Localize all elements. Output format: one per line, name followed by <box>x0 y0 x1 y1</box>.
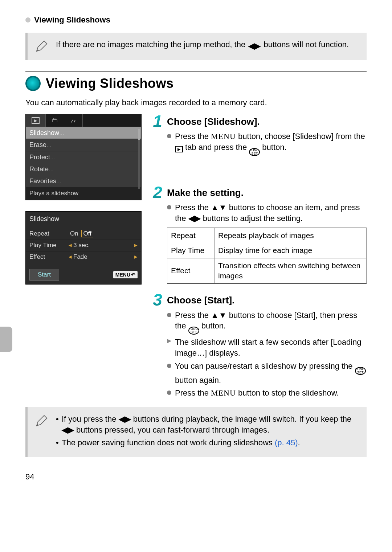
func-set-icon: FUNC.SET <box>188 327 199 335</box>
svg-rect-1 <box>53 118 56 120</box>
up-down-arrows-icon: ▲▼ <box>211 203 227 212</box>
menu-back-badge: MENU ↶ <box>113 271 138 279</box>
setting-value-playtime: 3 sec. <box>69 241 138 250</box>
settings-description-table: RepeatRepeats playback of images Play Ti… <box>167 228 367 284</box>
table-row: RepeatRepeats playback of images <box>167 228 367 243</box>
playback-tab: ▶ <box>26 114 46 127</box>
camera-scrollbar <box>138 129 140 189</box>
setting-label-effect: Effect <box>29 253 66 261</box>
play-icon: ▶ <box>32 117 40 124</box>
camera-slideshow-screenshot: Slideshow Repeat On Off Play Time 3 sec.… <box>25 211 142 285</box>
step-3: 3 Choose [Start]. Press the ▲▼ buttons t… <box>151 293 367 398</box>
pencil-icon <box>34 39 49 54</box>
menu-word-icon: MENU <box>211 388 236 397</box>
left-right-arrows-icon: ◀▶ <box>62 425 74 434</box>
side-thumb-tab <box>0 327 12 352</box>
play-tab-icon: ▶ <box>175 146 183 152</box>
pencil-icon <box>34 414 49 428</box>
page-reference-link[interactable]: (p. 45) <box>275 438 298 447</box>
menu-item-erase: Erase <box>26 139 141 151</box>
slideshow-start-button: Start <box>29 269 59 281</box>
step-3-number: 3 <box>151 293 164 307</box>
header-dot-icon <box>25 17 30 23</box>
step-2: 2 Make the setting. Press the ▲▼ buttons… <box>151 185 367 284</box>
page-number: 94 <box>25 471 367 482</box>
step-3-bullet-4: Press the MENU button to stop the slides… <box>167 388 367 398</box>
menu-item-protect: Protect <box>26 151 141 163</box>
camera-menu-list: Slideshow Erase Protect Rotate Favorites <box>26 127 141 187</box>
left-right-arrows-icon: ◀▶ <box>248 42 261 50</box>
note-bottom-line-2: The power saving function does not work … <box>56 437 359 448</box>
info-note-top: If there are no images matching the jump… <box>25 33 367 60</box>
camera-menu-screenshot: ▶ Slideshow Erase Protect Rotate Favorit… <box>25 114 142 200</box>
section-title-row: Viewing Slideshows <box>25 71 367 93</box>
step-3-title: Choose [Start]. <box>167 293 234 307</box>
info-note-bottom: If you press the ◀▶ buttons during playb… <box>25 407 367 457</box>
step-2-number: 2 <box>151 185 164 200</box>
table-row: EffectTransition effects when switching … <box>167 258 367 283</box>
func-set-icon: FUNC.SET <box>355 367 366 375</box>
step-2-title: Make the setting. <box>167 185 244 199</box>
svg-rect-0 <box>53 119 57 122</box>
tools-tab <box>64 114 83 127</box>
left-right-arrows-icon: ◀▶ <box>119 414 131 424</box>
step-1-title: Choose [Slideshow]. <box>167 114 260 128</box>
menu-item-rotate: Rotate <box>26 163 141 175</box>
section-title: Viewing Slideshows <box>46 75 173 93</box>
print-tab <box>46 114 64 127</box>
note-top-content: If there are no images matching the jump… <box>56 39 359 50</box>
left-right-arrows-icon: ◀▶ <box>188 214 201 223</box>
setting-label-playtime: Play Time <box>29 241 66 250</box>
setting-row-repeat: Repeat On Off <box>26 228 141 240</box>
table-row: Play TimeDisplay time for each image <box>167 243 367 258</box>
note-bottom-line-1: If you press the ◀▶ buttons during playb… <box>56 414 359 435</box>
setting-row-effect: Effect Fade <box>26 252 141 263</box>
step-3-bullet-3: You can pause/restart a slideshow by pre… <box>167 361 367 386</box>
section-intro: You can automatically play back images r… <box>25 97 367 108</box>
step-1-number: 1 <box>151 114 164 129</box>
menu-item-favorites: Favorites <box>26 175 141 187</box>
setting-value-effect: Fade <box>69 253 138 261</box>
tools-icon <box>70 117 77 124</box>
page-header: Viewing Slideshows <box>25 15 367 25</box>
menu-item-slideshow: Slideshow <box>26 127 141 139</box>
note-top-text-b: buttons will not function. <box>261 40 349 49</box>
section-bullet-icon <box>25 76 41 91</box>
step-1: 1 Choose [Slideshow]. Press the MENU but… <box>151 114 367 156</box>
print-icon <box>52 117 58 124</box>
camera-menu-desc: Plays a slideshow <box>26 187 141 200</box>
setting-value-repeat: On Off <box>69 230 138 238</box>
slideshow-panel-title: Slideshow <box>26 212 141 228</box>
step-2-bullet: Press the ▲▼ buttons to choose an item, … <box>167 202 367 224</box>
note-top-text-a: If there are no images matching the jump… <box>56 40 248 49</box>
setting-label-repeat: Repeat <box>29 230 66 238</box>
menu-word-icon: MENU <box>211 132 236 141</box>
setting-row-playtime: Play Time 3 sec. <box>26 240 141 252</box>
step-3-bullet-2: The slideshow will start a few seconds a… <box>167 337 367 358</box>
up-down-arrows-icon: ▲▼ <box>211 311 227 320</box>
func-set-icon: FUNC.SET <box>249 148 260 156</box>
note-bottom-content: If you press the ◀▶ buttons during playb… <box>56 414 359 450</box>
step-1-bullet: Press the MENU button, choose [Slideshow… <box>167 131 367 156</box>
page-header-title: Viewing Slideshows <box>34 15 110 25</box>
step-3-bullet-1: Press the ▲▼ buttons to choose [Start], … <box>167 310 367 335</box>
